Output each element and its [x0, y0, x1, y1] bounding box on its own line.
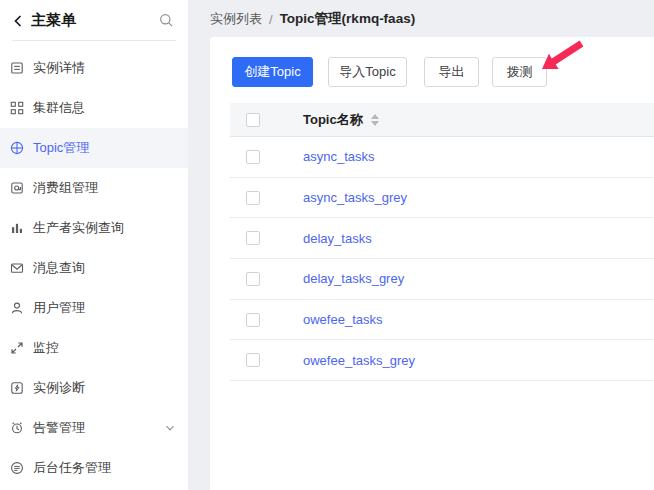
table-row: delay_tasks: [230, 218, 654, 259]
back-chevron-icon[interactable]: [12, 14, 24, 28]
cluster-info-icon: [10, 101, 24, 115]
topic-name-header: Topic名称: [303, 111, 363, 129]
sidebar-item-label: 生产者实例查询: [33, 219, 176, 237]
topic-manage-icon: [10, 141, 24, 155]
breadcrumb-parent[interactable]: 实例列表: [210, 10, 262, 28]
message-query-icon: [10, 261, 24, 275]
sidebar-item-instance-detail[interactable]: 实例详情: [0, 48, 188, 88]
instance-detail-icon: [10, 61, 24, 75]
row-checkbox[interactable]: [246, 191, 260, 205]
sidebar-item-instance-diagnosis[interactable]: 实例诊断: [0, 368, 188, 408]
sidebar-item-label: 消费组管理: [33, 179, 176, 197]
sidebar-item-label: 监控: [33, 339, 176, 357]
sidebar-item-background-task[interactable]: 后台任务管理: [0, 448, 188, 488]
topic-link[interactable]: async_tasks_grey: [303, 190, 407, 205]
sidebar-item-label: 消息查询: [33, 259, 176, 277]
sidebar-menu: 实例详情 集群信息 Topic管理 消费组管理 生产者实例查询: [0, 48, 188, 488]
row-checkbox[interactable]: [246, 150, 260, 164]
sidebar: 主菜单 实例详情 集群信息 Topic管理: [0, 0, 188, 490]
sidebar-item-label: 实例详情: [33, 59, 176, 77]
topic-link[interactable]: owefee_tasks_grey: [303, 353, 415, 368]
user-manage-icon: [10, 301, 24, 315]
row-checkbox[interactable]: [246, 231, 260, 245]
toolbar: 创建Topic 导入Topic 导出 拨测: [232, 57, 547, 87]
probe-button[interactable]: 拨测: [492, 57, 547, 87]
sidebar-item-topic-manage[interactable]: Topic管理: [0, 128, 188, 168]
sidebar-item-consumer-group[interactable]: 消费组管理: [0, 168, 188, 208]
sidebar-header: 主菜单: [0, 0, 188, 30]
consumer-group-icon: [10, 181, 24, 195]
sidebar-item-monitor[interactable]: 监控: [0, 328, 188, 368]
sidebar-item-producer-query[interactable]: 生产者实例查询: [0, 208, 188, 248]
sidebar-item-label: 后台任务管理: [33, 459, 176, 477]
producer-query-icon: [10, 221, 24, 235]
sidebar-title: 主菜单: [31, 11, 159, 30]
sidebar-item-label: 集群信息: [33, 99, 176, 117]
instance-diagnosis-icon: [10, 381, 24, 395]
row-checkbox[interactable]: [246, 272, 260, 286]
monitor-icon: [10, 341, 24, 355]
sidebar-item-cluster-info[interactable]: 集群信息: [0, 88, 188, 128]
row-checkbox[interactable]: [246, 353, 260, 367]
topic-link[interactable]: owefee_tasks: [303, 312, 383, 327]
table-row: async_tasks: [230, 137, 654, 178]
create-topic-button[interactable]: 创建Topic: [232, 57, 313, 87]
breadcrumb: 实例列表 / Topic管理(rkmq-faas): [210, 8, 415, 30]
sidebar-item-alarm-manage[interactable]: 告警管理: [0, 408, 188, 448]
sidebar-item-label: Topic管理: [33, 139, 176, 157]
select-all-checkbox[interactable]: [246, 113, 260, 127]
table-row: owefee_tasks_grey: [230, 340, 654, 381]
topic-link[interactable]: delay_tasks_grey: [303, 271, 404, 286]
sidebar-item-label: 用户管理: [33, 299, 176, 317]
content-card: 创建Topic 导入Topic 导出 拨测 Topic名称 async_task…: [210, 37, 654, 490]
breadcrumb-current: Topic管理(rkmq-faas): [280, 10, 416, 28]
table-header-row: Topic名称: [230, 103, 654, 137]
sidebar-item-message-query[interactable]: 消息查询: [0, 248, 188, 288]
table-row: owefee_tasks: [230, 300, 654, 341]
sidebar-divider: [12, 40, 176, 41]
table-row: async_tasks_grey: [230, 178, 654, 219]
row-checkbox[interactable]: [246, 313, 260, 327]
chevron-down-icon[interactable]: [164, 422, 176, 434]
breadcrumb-separator: /: [269, 12, 273, 27]
topic-link[interactable]: async_tasks: [303, 149, 375, 164]
sidebar-item-label: 实例诊断: [33, 379, 176, 397]
topic-table: Topic名称 async_tasks async_tasks_grey del…: [230, 103, 654, 381]
table-row: delay_tasks_grey: [230, 259, 654, 300]
import-topic-button[interactable]: 导入Topic: [328, 57, 407, 87]
sidebar-item-user-manage[interactable]: 用户管理: [0, 288, 188, 328]
sort-icon[interactable]: [371, 114, 379, 126]
topic-link[interactable]: delay_tasks: [303, 231, 372, 246]
alarm-manage-icon: [10, 421, 24, 435]
export-button[interactable]: 导出: [424, 57, 479, 87]
background-task-icon: [10, 461, 24, 475]
search-icon[interactable]: [159, 13, 174, 28]
sidebar-item-label: 告警管理: [33, 419, 164, 437]
